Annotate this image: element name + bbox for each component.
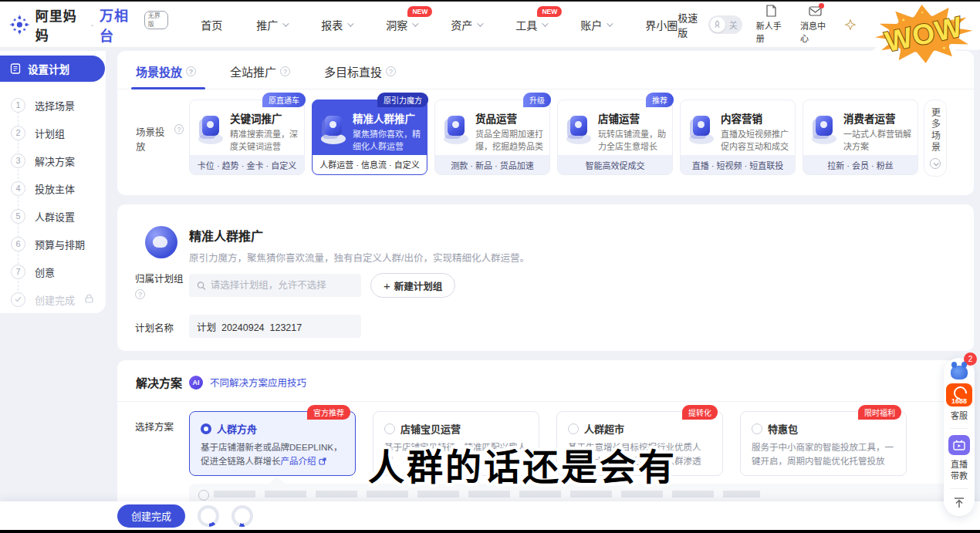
chevron-down-icon bbox=[542, 20, 548, 26]
step-select-scene[interactable]: 1选择场景 bbox=[11, 91, 106, 119]
product-intro-link[interactable]: 产品介绍 bbox=[281, 457, 316, 466]
option-desc: 基于店铺潜新老或品牌DEEPLINK，促进全链路人群增长产品介绍 bbox=[201, 441, 344, 469]
radio-icon[interactable] bbox=[384, 423, 395, 434]
scene-desc: 直播及短视频推广促内容互动和成交 bbox=[721, 129, 789, 153]
step-audience[interactable]: 5人群设置 bbox=[11, 202, 106, 230]
radio-icon[interactable] bbox=[568, 423, 579, 434]
message-center[interactable]: 消息中心 bbox=[800, 5, 830, 44]
progress-ring-1[interactable] bbox=[198, 505, 219, 527]
option-title: 人群超市 bbox=[584, 421, 624, 436]
rocket-icon bbox=[710, 17, 725, 32]
scene-tags: 测款 · 新品 · 货品加速 bbox=[435, 155, 549, 174]
tab-sitewide[interactable]: 全站推广 bbox=[230, 63, 290, 79]
nav-item-home[interactable]: 首页 bbox=[201, 17, 222, 32]
chevron-down-icon bbox=[282, 20, 289, 26]
help-icon[interactable] bbox=[280, 66, 290, 76]
nav-item-jiexiaoquan[interactable]: 界小圈 bbox=[645, 17, 678, 32]
tab-multi-target[interactable]: 多目标直投 bbox=[324, 63, 396, 79]
step-label: 解决方案 bbox=[35, 153, 75, 168]
ai-badge-icon: AI bbox=[189, 376, 203, 390]
toggle-state-label: 关 bbox=[729, 19, 738, 31]
solution-tips-link[interactable]: 不同解决方案应用技巧 bbox=[210, 375, 306, 390]
scene-badge: 推荐 bbox=[646, 93, 674, 107]
back-to-top-button[interactable] bbox=[953, 495, 965, 510]
logo-1688-icon[interactable]: 1688 bbox=[946, 383, 972, 406]
help-icon[interactable] bbox=[135, 289, 145, 299]
help-icon[interactable] bbox=[386, 66, 396, 76]
tab-scene-delivery[interactable]: 场景投放 bbox=[136, 63, 196, 79]
live-teaching-label[interactable]: 直播 带教 bbox=[951, 459, 968, 482]
scene-select-card: 场景投放 全站推广 多目标直投 场景投放 原直通车 关键词推广 精准搜索流量，深… bbox=[117, 51, 974, 195]
nav-item-promotion[interactable]: 推广 bbox=[256, 17, 287, 32]
scene-card-goods[interactable]: 升级 货品运营 货品全周期加速打爆，挖掘趋势品类 测款 · 新品 · 货品加速 bbox=[434, 100, 550, 175]
sidebar-item-setup-plan[interactable]: 设置计划 bbox=[0, 56, 105, 82]
main-nav: 首页 推广 报表 洞察NEW 资产 工具NEW 账户 界小圈 bbox=[201, 17, 678, 32]
scene-desc: 一站式人群营销解决方案 bbox=[843, 129, 911, 153]
check-icon bbox=[11, 292, 25, 307]
nav-item-tools[interactable]: 工具NEW bbox=[515, 17, 546, 32]
bottom-action-bar: 创建完成 bbox=[0, 501, 980, 530]
plan-name-field[interactable] bbox=[189, 315, 361, 338]
radio-icon[interactable] bbox=[752, 423, 762, 434]
help-icon[interactable] bbox=[186, 66, 196, 76]
step-creative[interactable]: 7创意 bbox=[11, 258, 106, 285]
live-teaching-icon[interactable] bbox=[948, 435, 970, 455]
alimama-logo-icon bbox=[9, 13, 30, 36]
create-complete-button[interactable]: 创建完成 bbox=[117, 504, 185, 528]
speed-mode-toggle[interactable]: 关 bbox=[708, 15, 742, 34]
step-number: 3 bbox=[11, 153, 25, 168]
step-target[interactable]: 4投放主体 bbox=[11, 174, 106, 202]
customer-service-label[interactable]: 客服 bbox=[951, 410, 968, 422]
nav-item-assets[interactable]: 资产 bbox=[451, 17, 482, 32]
scene-card-content[interactable]: 内容营销 直播及短视频推广促内容互动和成交 直播 · 短视频 · 短直联投 bbox=[680, 100, 796, 175]
scene-title: 精准人群推广 bbox=[353, 110, 421, 126]
scene-row-label: 场景投放 bbox=[136, 100, 184, 177]
new-badge: NEW bbox=[407, 6, 432, 17]
nav-item-account[interactable]: 账户 bbox=[580, 17, 611, 32]
scene-tags: 人群运营 · 信息流 · 自定义 bbox=[313, 155, 427, 174]
step-number: 1 bbox=[11, 98, 25, 113]
plan-group-select[interactable] bbox=[189, 274, 361, 297]
step-label: 计划组 bbox=[35, 126, 65, 140]
step-budget[interactable]: 6预算与排期 bbox=[11, 230, 106, 258]
scene-card-keyword[interactable]: 原直通车 关键词推广 精准搜索流量，深度关键词运营 卡位 · 趋势 · 金卡 ·… bbox=[189, 100, 305, 175]
option-store-item[interactable]: 店铺宝贝运营 基于店铺宝贝特征，精准匹配兴趣人群 bbox=[373, 411, 539, 476]
option-desc: 基于店铺宝贝特征，精准匹配兴趣人群 bbox=[384, 441, 528, 469]
scene-card-audience[interactable]: 原引力魔方 精准人群推广 聚焦猜你喜欢，精细化人群运营 人群运营 · 信息流 ·… bbox=[312, 100, 427, 175]
step-plan-group[interactable]: 2计划组 bbox=[11, 119, 106, 147]
scene-title: 店铺运营 bbox=[598, 110, 666, 126]
scene-detail-title: 精准人群推广 bbox=[189, 226, 529, 245]
brand-company: 阿里妈妈 bbox=[35, 5, 85, 44]
option-audience-market[interactable]: 提转化 人群超市 基于生意增长目标挖掘行业优质人群，扩大人群拿量，提升人群渗透 bbox=[556, 411, 723, 476]
newbie-manual[interactable]: 新人手册 bbox=[756, 5, 786, 44]
plan-name-input[interactable] bbox=[197, 321, 353, 332]
mascot-icon[interactable] bbox=[951, 366, 968, 380]
scene-card-consumer[interactable]: 消费者运营 一站式人群营销解决方案 拉新 · 会员 · 粉丝 bbox=[803, 100, 918, 175]
step-solution[interactable]: 3解决方案 bbox=[11, 147, 106, 174]
option-special-package[interactable]: 限时福利 特惠包 服务于中小商家的智能投放工具，一键开启，周期内智能优化托管投放 bbox=[740, 411, 907, 476]
scene-title: 货品运营 bbox=[475, 110, 543, 126]
solution-options: 官方推荐 人群方舟 基于店铺潜新老或品牌DEEPLINK，促进全链路人群增长产品… bbox=[189, 411, 907, 476]
progress-ring-2[interactable] bbox=[231, 505, 253, 527]
speed-mode: 极速版 关 bbox=[678, 10, 742, 39]
step-label: 投放主体 bbox=[35, 181, 75, 196]
scene-title: 消费者运营 bbox=[843, 110, 911, 126]
help-icon[interactable] bbox=[174, 124, 184, 134]
more-scenes-button[interactable]: 更多场景 bbox=[924, 100, 947, 177]
goods-3d-icon bbox=[441, 115, 471, 144]
radio-selected-icon[interactable] bbox=[201, 423, 211, 434]
step-label: 预算与排期 bbox=[35, 237, 85, 251]
notification-dot bbox=[819, 3, 824, 8]
brand: 阿里妈妈 · 万相台 无界版 bbox=[0, 5, 168, 45]
nav-item-reports[interactable]: 报表 bbox=[321, 17, 352, 32]
chevron-down-icon bbox=[347, 20, 353, 26]
plan-group-input[interactable] bbox=[211, 280, 353, 291]
new-plan-group-button[interactable]: + 新建计划组 bbox=[370, 273, 455, 298]
lock-icon bbox=[85, 292, 93, 306]
step-complete: 创建完成 bbox=[11, 285, 106, 313]
scene-card-store[interactable]: 推荐 店铺运营 玩转店铺流量，助力全店生意增长 智能高效促成交 bbox=[557, 100, 673, 175]
store-3d-icon bbox=[564, 115, 593, 144]
scene-desc: 玩转店铺流量，助力全店生意增长 bbox=[598, 129, 666, 153]
nav-item-insight[interactable]: 洞察NEW bbox=[386, 17, 417, 32]
option-audience-ark[interactable]: 官方推荐 人群方舟 基于店铺潜新老或品牌DEEPLINK，促进全链路人群增长产品… bbox=[189, 411, 356, 476]
